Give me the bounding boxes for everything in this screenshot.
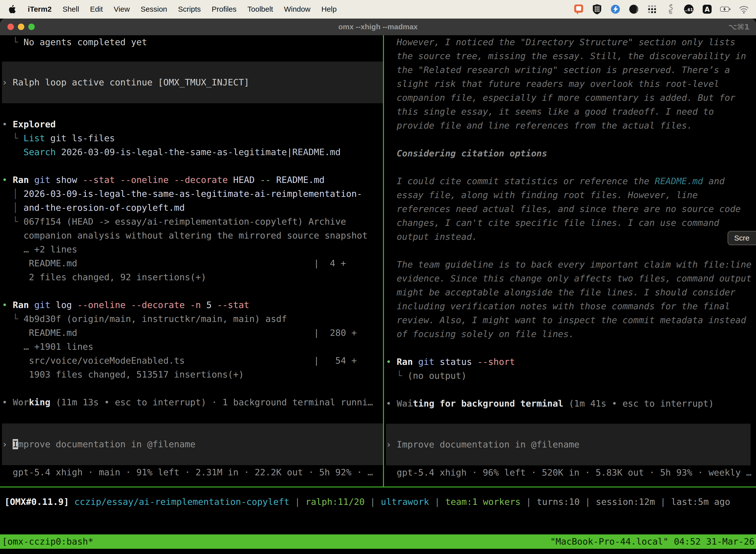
text-segment: git bbox=[29, 175, 50, 185]
menu-bar: iTerm2 Shell Edit View Session Scripts P… bbox=[0, 0, 756, 19]
left-history-input-box[interactable]: › Ralph loop active continue [OMX_TMUX_I… bbox=[2, 62, 383, 103]
text-segment: I bbox=[13, 439, 18, 449]
text-segment: README.md | 4 + bbox=[2, 258, 346, 268]
text-segment: might be acceptable alongside the file l… bbox=[386, 287, 736, 297]
input-source-icon[interactable]: A bbox=[701, 3, 713, 15]
battery-icon[interactable] bbox=[720, 3, 731, 15]
terminal-line bbox=[386, 383, 756, 397]
text-segment: README.md bbox=[271, 175, 325, 185]
terminal-line: src/voice/voiceModeEnabled.ts | 54 + bbox=[2, 354, 383, 368]
terminal-line: this single essay, it seems like a good … bbox=[386, 105, 756, 119]
text-segment: 067f154 (HEAD -> essay/ai-reimplementati… bbox=[23, 216, 346, 227]
menu-item-view[interactable]: View bbox=[114, 5, 130, 13]
text-segment bbox=[2, 147, 23, 157]
text-segment: No agents completed yet bbox=[23, 37, 147, 47]
window-title: omx --xhigh --madmax bbox=[0, 22, 756, 31]
text-segment: Considering citation options bbox=[386, 148, 547, 158]
text-segment: output instead. bbox=[386, 232, 477, 242]
menu-item-iterm2[interactable]: iTerm2 bbox=[28, 5, 52, 13]
pane-vertical-divider[interactable] bbox=[383, 35, 384, 487]
terminal-line: [OMX#0.11.9] cczip/essay/ai-reimplementa… bbox=[4, 495, 730, 509]
terminal-line: review. Also, I might want to inspect th… bbox=[386, 313, 756, 327]
terminal-line: Considering citation options bbox=[386, 147, 756, 160]
text-segment: 2026-03-09-is-legal-the-same-as-legitima… bbox=[56, 147, 341, 157]
text-segment: Search bbox=[23, 147, 56, 157]
text-segment: src/voice/voiceModeEnabled.ts | 54 + bbox=[2, 355, 357, 366]
menu-item-profiles[interactable]: Profiles bbox=[211, 5, 236, 13]
right-agent-pane: However, I noticed the "Directory Struct… bbox=[386, 35, 756, 480]
terminal-line bbox=[386, 341, 756, 355]
stats-badge-icon[interactable]: ..61 bbox=[683, 3, 694, 15]
wifi-icon[interactable] bbox=[738, 3, 750, 15]
screen-share-overlay-label: Scre bbox=[734, 234, 750, 242]
menu-item-session[interactable]: Session bbox=[141, 5, 167, 13]
crescent-icon[interactable] bbox=[628, 3, 639, 15]
squiggle-icon[interactable] bbox=[665, 3, 676, 15]
window-titlebar: omx --xhigh --madmax ⌥⌘1 bbox=[0, 18, 756, 35]
dots-grid-icon[interactable] bbox=[646, 3, 658, 15]
left-prompt-input-box[interactable]: › Improve documentation in @filename bbox=[2, 424, 383, 465]
text-segment: evidence. Since this change only affects… bbox=[386, 273, 752, 283]
menu-bar-status-icons: ..61 A bbox=[573, 3, 756, 15]
screen-share-overlay[interactable]: Scre bbox=[728, 231, 756, 245]
terminal-line: › Ralph loop active continue [OMX_TMUX_I… bbox=[2, 75, 249, 89]
terminal-line bbox=[2, 159, 383, 173]
text-segment: README.md | 280 + bbox=[2, 328, 357, 338]
terminal-line: companion file, especially if more comme… bbox=[386, 91, 756, 105]
text-segment: the source tree, missing the essay. Stil… bbox=[386, 51, 746, 61]
text-segment: | bbox=[290, 497, 306, 507]
menu-bar-left: iTerm2 Shell Edit View Session Scripts P… bbox=[0, 4, 336, 15]
terminal-line bbox=[386, 160, 756, 174]
text-segment: Ran bbox=[13, 300, 29, 310]
terminal-line: └ 4b9d30f (origin/main, instructkr/main,… bbox=[2, 312, 383, 326]
text-segment: … +2 lines bbox=[2, 244, 77, 255]
menu-item-scripts[interactable]: Scripts bbox=[178, 5, 201, 13]
text-segment: Ran bbox=[13, 175, 29, 185]
text-segment: of focusing solely on file lines. bbox=[386, 329, 574, 339]
terminal-line: • Ran git status --short bbox=[386, 355, 756, 369]
text-segment: › bbox=[2, 77, 13, 88]
text-segment: ralph:11/20 bbox=[306, 497, 365, 507]
left-session-status-line: gpt-5.4 xhigh · main · 91% left · 2.31M … bbox=[2, 465, 383, 479]
text-segment: --stat bbox=[211, 300, 249, 310]
terminal-line: • Ran git log --oneline --decorate -n 5 … bbox=[2, 298, 383, 312]
menu-item-window[interactable]: Window bbox=[284, 5, 311, 13]
chat-icon[interactable] bbox=[573, 3, 584, 15]
text-segment: king bbox=[29, 397, 50, 407]
menu-item-edit[interactable]: Edit bbox=[90, 5, 103, 13]
text-segment bbox=[69, 497, 74, 507]
text-segment: However, I noticed the "Directory Struct… bbox=[386, 37, 736, 47]
stats-badge-label: ..61 bbox=[685, 7, 693, 12]
iterm2-window: omx --xhigh --madmax ⌥⌘1 └ No agents com… bbox=[0, 18, 756, 554]
text-segment: HEAD bbox=[228, 175, 254, 185]
shield-icon[interactable] bbox=[591, 3, 603, 15]
text-segment: companion file, especially if more comme… bbox=[386, 93, 736, 103]
sync-badge-icon[interactable] bbox=[610, 3, 621, 15]
menu-item-shell[interactable]: Shell bbox=[63, 5, 79, 13]
apple-menu-icon[interactable] bbox=[7, 4, 17, 15]
text-segment: cczip/essay/ai-reimplementation-copyleft bbox=[74, 497, 290, 507]
right-prompt-input-box[interactable]: › Improve documentation in @filename bbox=[386, 424, 751, 465]
pane-horizontal-divider[interactable] bbox=[0, 487, 756, 488]
terminal-line: companion analysis without altering the … bbox=[2, 229, 383, 242]
menu-item-help[interactable]: Help bbox=[321, 5, 337, 13]
terminal-line: The team guideline is to back every impo… bbox=[386, 258, 756, 272]
text-segment: 2 files changed, 92 insertions(+) bbox=[2, 272, 206, 282]
input-source-label: A bbox=[705, 6, 710, 13]
text-segment: The team guideline is to back every impo… bbox=[386, 259, 752, 270]
terminal-line: 2 files changed, 92 insertions(+) bbox=[2, 270, 383, 284]
text-segment: essay file, along with finding root file… bbox=[386, 190, 698, 200]
text-segment: Explored bbox=[13, 119, 56, 129]
text-segment: • bbox=[2, 300, 13, 310]
text-segment: turns:10 bbox=[537, 497, 580, 507]
text-segment: README.md bbox=[655, 176, 703, 186]
text-segment: changes, I can't cite specific file line… bbox=[386, 218, 719, 228]
text-segment: │ bbox=[2, 189, 23, 199]
terminal-line: provide file and line references from th… bbox=[386, 119, 756, 132]
terminal-line: essay file, along with finding root file… bbox=[386, 188, 756, 202]
left-agent-pane: └ No agents completed yet › Ralph loop a… bbox=[2, 35, 383, 479]
text-segment: Wai bbox=[397, 398, 413, 408]
menu-item-toolbelt[interactable]: Toolbelt bbox=[248, 5, 273, 13]
text-segment: └ bbox=[386, 371, 407, 381]
tmux-session-label[interactable]: [omx-cczip0:bash* bbox=[0, 535, 93, 549]
